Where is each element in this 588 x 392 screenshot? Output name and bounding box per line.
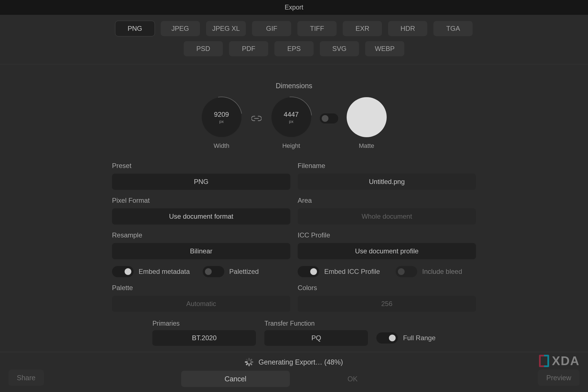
- footer-divider: [0, 352, 588, 352]
- dimensions-heading: Dimensions: [0, 82, 588, 90]
- preset-label: Preset: [112, 162, 290, 170]
- full-range-toggle[interactable]: Full Range: [376, 330, 435, 346]
- embed-metadata-toggle[interactable]: Embed metadata: [112, 266, 190, 277]
- ok-button[interactable]: OK: [298, 371, 407, 387]
- format-tabs: PNGJPEGJPEG XLGIFTIFFEXRHDRTGA PSDPDFEPS…: [0, 15, 588, 64]
- resample-label: Resample: [112, 231, 290, 239]
- embed-icc-toggle[interactable]: Embed ICC Profile: [298, 266, 380, 277]
- format-tab-exr[interactable]: EXR: [343, 21, 382, 36]
- pixel-format-label: Pixel Format: [112, 197, 290, 204]
- colors-label: Colors: [298, 284, 476, 292]
- width-label: Width: [214, 142, 229, 150]
- preview-button[interactable]: Preview: [538, 370, 580, 386]
- filename-label: Filename: [298, 162, 476, 170]
- format-tab-eps[interactable]: EPS: [274, 41, 314, 56]
- height-dial[interactable]: 4447 px: [271, 97, 311, 137]
- width-dial[interactable]: 9209 px: [202, 97, 242, 137]
- pixel-format-select[interactable]: Use document format: [112, 208, 290, 225]
- colors-select[interactable]: 256: [298, 296, 476, 312]
- footer: Generating Export… (48%) Cancel OK: [0, 356, 588, 392]
- matte-swatch[interactable]: [347, 97, 387, 137]
- link-dimensions-icon[interactable]: [250, 116, 263, 121]
- preset-select[interactable]: PNG: [112, 174, 290, 190]
- dimensions-row: 9209 px Width 4447 px Height Ma: [0, 97, 588, 150]
- format-tab-svg[interactable]: SVG: [320, 41, 359, 56]
- primaries-label: Primaries: [152, 320, 256, 327]
- transfer-fn-label: Transfer Function: [264, 320, 368, 327]
- area-label: Area: [298, 197, 476, 204]
- resample-select[interactable]: Bilinear: [112, 243, 290, 259]
- height-label: Height: [282, 142, 300, 150]
- include-bleed-toggle: Include bleed: [396, 266, 462, 277]
- format-tab-pdf[interactable]: PDF: [229, 41, 268, 56]
- window-title: Export: [0, 0, 588, 15]
- share-button[interactable]: Share: [8, 370, 44, 386]
- format-tab-png[interactable]: PNG: [115, 21, 155, 36]
- area-select[interactable]: Whole document: [298, 208, 476, 225]
- format-tab-psd[interactable]: PSD: [184, 41, 223, 56]
- primaries-select[interactable]: BT.2020: [152, 330, 256, 346]
- palette-select[interactable]: Automatic: [112, 296, 290, 312]
- matte-label: Matte: [359, 142, 374, 150]
- cancel-button[interactable]: Cancel: [181, 371, 290, 387]
- format-tab-gif[interactable]: GIF: [252, 21, 291, 36]
- format-tab-tga[interactable]: TGA: [433, 21, 473, 36]
- matte-toggle[interactable]: [320, 113, 338, 123]
- icc-profile-label: ICC Profile: [298, 231, 476, 239]
- format-tab-jpeg-xl[interactable]: JPEG XL: [206, 21, 246, 36]
- format-tab-webp[interactable]: WEBP: [365, 41, 404, 56]
- palette-label: Palette: [112, 284, 290, 292]
- format-tab-tiff[interactable]: TIFF: [297, 21, 337, 36]
- palettized-toggle[interactable]: Palettized: [203, 266, 259, 277]
- filename-field[interactable]: Untitled.png: [298, 174, 476, 190]
- format-tab-jpeg[interactable]: JPEG: [161, 21, 200, 36]
- transfer-fn-select[interactable]: PQ: [264, 330, 368, 346]
- spinner-icon: [245, 358, 253, 366]
- icc-profile-select[interactable]: Use document profile: [298, 243, 476, 259]
- progress-text: Generating Export… (48%): [258, 358, 343, 366]
- format-tab-hdr[interactable]: HDR: [388, 21, 427, 36]
- window-title-text: Export: [285, 4, 303, 11]
- export-progress: Generating Export… (48%): [245, 358, 343, 366]
